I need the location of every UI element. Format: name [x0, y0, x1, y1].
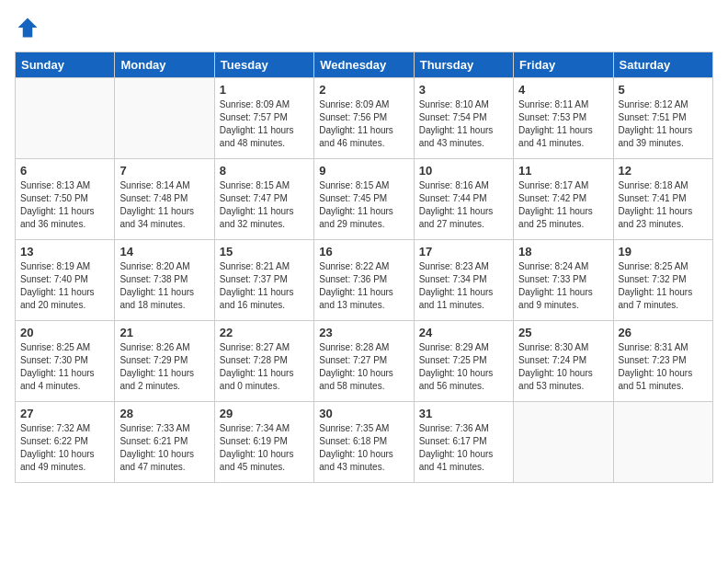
calendar-week-row: 20Sunrise: 8:25 AMSunset: 7:30 PMDayligh…	[16, 321, 713, 402]
cell-details: Sunrise: 7:33 AMSunset: 6:21 PMDaylight:…	[119, 422, 209, 474]
cell-details: Sunrise: 8:24 AMSunset: 7:33 PMDaylight:…	[518, 260, 608, 312]
day-number: 7	[119, 164, 209, 178]
cell-details: Sunrise: 7:36 AMSunset: 6:17 PMDaylight:…	[419, 422, 508, 474]
cell-details: Sunrise: 7:32 AMSunset: 6:22 PMDaylight:…	[20, 422, 109, 474]
day-number: 9	[319, 164, 408, 178]
calendar-week-row: 13Sunrise: 8:19 AMSunset: 7:40 PMDayligh…	[16, 240, 713, 321]
calendar-cell: 14Sunrise: 8:20 AMSunset: 7:38 PMDayligh…	[115, 240, 214, 321]
cell-details: Sunrise: 8:21 AMSunset: 7:37 PMDaylight:…	[220, 260, 309, 312]
calendar-cell: 12Sunrise: 8:18 AMSunset: 7:41 PMDayligh…	[613, 159, 712, 240]
cell-details: Sunrise: 8:15 AMSunset: 7:45 PMDaylight:…	[319, 179, 408, 231]
calendar-cell: 11Sunrise: 8:17 AMSunset: 7:42 PMDayligh…	[514, 159, 613, 240]
cell-details: Sunrise: 8:14 AMSunset: 7:48 PMDaylight:…	[119, 179, 209, 231]
calendar-header-row: SundayMondayTuesdayWednesdayThursdayFrid…	[16, 52, 713, 78]
calendar-cell: 6Sunrise: 8:13 AMSunset: 7:50 PMDaylight…	[16, 159, 115, 240]
day-header-monday: Monday	[115, 52, 214, 78]
calendar-cell: 2Sunrise: 8:09 AMSunset: 7:56 PMDaylight…	[314, 78, 414, 159]
svg-marker-0	[18, 18, 38, 38]
day-number: 25	[518, 326, 608, 339]
calendar-cell: 9Sunrise: 8:15 AMSunset: 7:45 PMDaylight…	[314, 159, 414, 240]
calendar-cell: 7Sunrise: 8:14 AMSunset: 7:48 PMDaylight…	[115, 159, 214, 240]
cell-details: Sunrise: 8:25 AMSunset: 7:32 PMDaylight:…	[619, 260, 708, 312]
calendar-cell: 5Sunrise: 8:12 AMSunset: 7:51 PMDaylight…	[613, 78, 712, 159]
calendar-cell: 22Sunrise: 8:27 AMSunset: 7:28 PMDayligh…	[214, 321, 313, 402]
cell-details: Sunrise: 8:30 AMSunset: 7:24 PMDaylight:…	[518, 341, 608, 393]
calendar-cell: 19Sunrise: 8:25 AMSunset: 7:32 PMDayligh…	[613, 240, 712, 321]
day-number: 30	[319, 407, 408, 420]
day-number: 4	[518, 83, 608, 97]
day-number: 26	[619, 326, 708, 339]
day-number: 5	[619, 83, 708, 97]
cell-details: Sunrise: 8:17 AMSunset: 7:42 PMDaylight:…	[518, 179, 608, 231]
cell-details: Sunrise: 8:19 AMSunset: 7:40 PMDaylight:…	[20, 260, 109, 312]
calendar-cell	[514, 402, 613, 483]
logo	[15, 15, 44, 40]
calendar-cell: 27Sunrise: 7:32 AMSunset: 6:22 PMDayligh…	[16, 402, 115, 483]
calendar-cell: 23Sunrise: 8:28 AMSunset: 7:27 PMDayligh…	[314, 321, 414, 402]
day-number: 10	[419, 164, 508, 178]
cell-details: Sunrise: 8:23 AMSunset: 7:34 PMDaylight:…	[419, 260, 508, 312]
cell-details: Sunrise: 8:12 AMSunset: 7:51 PMDaylight:…	[619, 98, 708, 150]
calendar-cell: 13Sunrise: 8:19 AMSunset: 7:40 PMDayligh…	[16, 240, 115, 321]
cell-details: Sunrise: 8:27 AMSunset: 7:28 PMDaylight:…	[220, 341, 309, 393]
day-number: 18	[518, 245, 608, 259]
calendar-cell: 16Sunrise: 8:22 AMSunset: 7:36 PMDayligh…	[314, 240, 414, 321]
calendar-cell: 18Sunrise: 8:24 AMSunset: 7:33 PMDayligh…	[514, 240, 613, 321]
cell-details: Sunrise: 8:22 AMSunset: 7:36 PMDaylight:…	[319, 260, 408, 312]
calendar-week-row: 27Sunrise: 7:32 AMSunset: 6:22 PMDayligh…	[16, 402, 713, 483]
page-header	[15, 15, 713, 40]
cell-details: Sunrise: 8:26 AMSunset: 7:29 PMDaylight:…	[119, 341, 209, 393]
day-number: 23	[319, 326, 408, 339]
logo-icon	[15, 15, 40, 40]
cell-details: Sunrise: 8:31 AMSunset: 7:23 PMDaylight:…	[619, 341, 708, 393]
day-number: 24	[419, 326, 508, 339]
calendar-cell: 10Sunrise: 8:16 AMSunset: 7:44 PMDayligh…	[414, 159, 513, 240]
cell-details: Sunrise: 8:25 AMSunset: 7:30 PMDaylight:…	[20, 341, 109, 393]
day-header-friday: Friday	[514, 52, 613, 78]
cell-details: Sunrise: 8:28 AMSunset: 7:27 PMDaylight:…	[319, 341, 408, 393]
day-number: 6	[20, 164, 109, 178]
day-number: 27	[20, 407, 109, 420]
cell-details: Sunrise: 8:13 AMSunset: 7:50 PMDaylight:…	[20, 179, 109, 231]
day-number: 8	[220, 164, 309, 178]
calendar-cell: 17Sunrise: 8:23 AMSunset: 7:34 PMDayligh…	[414, 240, 513, 321]
day-header-tuesday: Tuesday	[214, 52, 313, 78]
cell-details: Sunrise: 8:20 AMSunset: 7:38 PMDaylight:…	[119, 260, 209, 312]
calendar-cell	[115, 78, 214, 159]
calendar-cell: 8Sunrise: 8:15 AMSunset: 7:47 PMDaylight…	[214, 159, 313, 240]
calendar-cell: 20Sunrise: 8:25 AMSunset: 7:30 PMDayligh…	[16, 321, 115, 402]
cell-details: Sunrise: 8:09 AMSunset: 7:56 PMDaylight:…	[319, 98, 408, 150]
cell-details: Sunrise: 7:34 AMSunset: 6:19 PMDaylight:…	[220, 422, 309, 474]
day-number: 13	[20, 245, 109, 259]
cell-details: Sunrise: 8:09 AMSunset: 7:57 PMDaylight:…	[220, 98, 309, 150]
day-number: 3	[419, 83, 508, 97]
day-number: 14	[119, 245, 209, 259]
cell-details: Sunrise: 8:29 AMSunset: 7:25 PMDaylight:…	[419, 341, 508, 393]
calendar-table: SundayMondayTuesdayWednesdayThursdayFrid…	[15, 52, 713, 483]
calendar-cell	[16, 78, 115, 159]
calendar-cell: 30Sunrise: 7:35 AMSunset: 6:18 PMDayligh…	[314, 402, 414, 483]
day-header-sunday: Sunday	[16, 52, 115, 78]
calendar-cell: 25Sunrise: 8:30 AMSunset: 7:24 PMDayligh…	[514, 321, 613, 402]
cell-details: Sunrise: 8:18 AMSunset: 7:41 PMDaylight:…	[619, 179, 708, 231]
cell-details: Sunrise: 7:35 AMSunset: 6:18 PMDaylight:…	[319, 422, 408, 474]
day-number: 31	[419, 407, 508, 420]
day-number: 29	[220, 407, 309, 420]
cell-details: Sunrise: 8:16 AMSunset: 7:44 PMDaylight:…	[419, 179, 508, 231]
calendar-cell: 26Sunrise: 8:31 AMSunset: 7:23 PMDayligh…	[613, 321, 712, 402]
calendar-cell: 29Sunrise: 7:34 AMSunset: 6:19 PMDayligh…	[214, 402, 313, 483]
calendar-cell	[613, 402, 712, 483]
day-number: 21	[119, 326, 209, 339]
cell-details: Sunrise: 8:15 AMSunset: 7:47 PMDaylight:…	[220, 179, 309, 231]
calendar-cell: 15Sunrise: 8:21 AMSunset: 7:37 PMDayligh…	[214, 240, 313, 321]
day-number: 11	[518, 164, 608, 178]
day-number: 17	[419, 245, 508, 259]
day-number: 1	[220, 83, 309, 97]
day-header-thursday: Thursday	[414, 52, 513, 78]
calendar-cell: 3Sunrise: 8:10 AMSunset: 7:54 PMDaylight…	[414, 78, 513, 159]
calendar-cell: 31Sunrise: 7:36 AMSunset: 6:17 PMDayligh…	[414, 402, 513, 483]
day-number: 2	[319, 83, 408, 97]
cell-details: Sunrise: 8:11 AMSunset: 7:53 PMDaylight:…	[518, 98, 608, 150]
day-number: 12	[619, 164, 708, 178]
day-number: 20	[20, 326, 109, 339]
